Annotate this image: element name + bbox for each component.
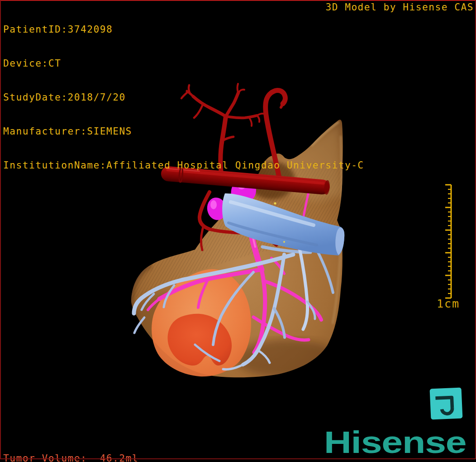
device-line: Device:CT [3,58,364,69]
volume-readouts: Tumor Volume:46.2ml Liver Volume:356.1ml [3,429,138,462]
scale-ruler [433,182,453,301]
hisense-logo: Hisense [324,428,466,457]
clip-marker [283,241,285,243]
app-icon-p-glyph [430,388,463,420]
manufacturer-line: Manufacturer:SIEMENS [3,126,364,137]
app-icon[interactable] [430,388,463,420]
tumor-volume-value: 46.2ml [87,452,138,462]
tumor-volume-label: Tumor Volume: [3,453,87,462]
clip-marker [274,202,276,205]
patient-info-block: PatientID:3742098 Device:CT StudyDate:20… [3,1,364,183]
study-date-line: StudyDate:2018/7/20 [3,92,364,103]
scale-label: 1cm [437,297,460,310]
patient-id-line: PatientID:3742098 [3,24,364,35]
model-title: 3D Model by Hisense CAS [325,2,474,13]
tumor-volume-row: Tumor Volume:46.2ml [3,452,138,462]
institution-line: InstitutionName:Affiliated Hospital Qing… [3,160,364,171]
